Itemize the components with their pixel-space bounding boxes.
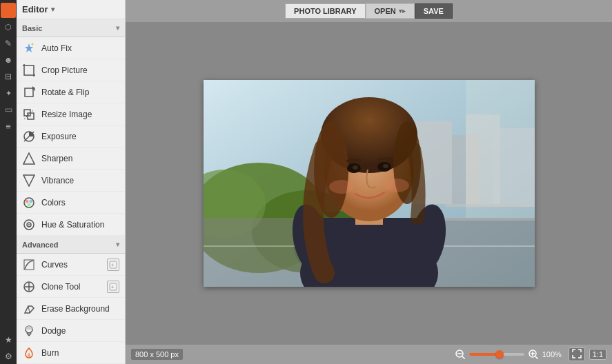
hue-icon-wrap — [22, 218, 36, 232]
advanced-collapse-icon: ▾ — [116, 241, 119, 248]
face-icon — [4, 55, 13, 65]
svg-point-59 — [383, 164, 388, 168]
menu-item-resize-image[interactable]: Resize Image — [17, 103, 125, 125]
advanced-section-header[interactable]: Advanced ▾ — [17, 236, 125, 254]
editor-title: Editor — [22, 4, 48, 14]
erase-svg — [23, 303, 35, 315]
menu-item-erase-background[interactable]: Erase Background — [17, 298, 125, 320]
ratio-button[interactable]: 1:1 — [589, 349, 606, 360]
menu-item-dodge[interactable]: Dodge — [17, 320, 125, 342]
basic-section-header[interactable]: Basic ▾ — [17, 19, 125, 37]
menu-item-exposure[interactable]: Exposure — [17, 125, 125, 148]
zoom-in-icon[interactable] — [529, 350, 538, 359]
save-button[interactable]: SAVE — [415, 3, 453, 19]
svg-point-58 — [353, 165, 358, 170]
sharpen-icon-wrap — [22, 152, 36, 165]
svg-point-0 — [32, 43, 34, 45]
image-size-label: 800 x 500 px — [131, 349, 183, 360]
square-icon — [5, 105, 12, 114]
zoom-slider-thumb[interactable] — [495, 350, 504, 358]
open-button[interactable]: OPEN ▾ ▸ — [366, 3, 415, 19]
advanced-section-label: Advanced — [22, 241, 59, 249]
svg-line-64 — [462, 356, 465, 359]
photo-frame — [204, 80, 535, 287]
icon-strip-layers[interactable] — [1, 69, 16, 84]
menu-item-vibrance[interactable]: Vibrance — [17, 170, 125, 192]
menu-item-burn[interactable]: Burn — [17, 342, 125, 364]
svg-point-61 — [384, 179, 409, 192]
clone-svg — [23, 281, 35, 293]
auto-fix-svg — [23, 42, 35, 54]
rotate-svg — [23, 86, 35, 99]
menu-item-rotate-flip[interactable]: Rotate & Flip — [17, 81, 125, 103]
brush-icon — [6, 89, 12, 98]
icon-strip-face[interactable] — [1, 52, 16, 68]
editor-chevron[interactable]: ▾ — [51, 6, 55, 13]
vibrance-icon-wrap — [22, 174, 36, 188]
icon-strip-brush[interactable] — [1, 85, 16, 101]
svg-rect-46 — [445, 218, 535, 221]
icon-strip-square[interactable] — [1, 102, 16, 117]
erase-background-label: Erase Background — [41, 304, 119, 314]
menu-item-auto-fix[interactable]: Auto Fix — [17, 37, 125, 59]
star-icon — [5, 335, 12, 345]
icon-strip-logo[interactable] — [1, 3, 16, 18]
resize-svg — [23, 108, 35, 121]
menu-item-crop-picture[interactable]: Crop Picture — [17, 59, 125, 81]
exposure-icon-wrap — [22, 130, 36, 143]
svg-point-18 — [28, 203, 31, 206]
rotate-flip-label: Rotate & Flip — [41, 88, 119, 97]
icon-strip-pencil[interactable] — [1, 36, 16, 51]
basic-collapse-icon: ▾ — [116, 24, 119, 32]
svg-text:+: + — [111, 285, 114, 290]
colors-icon-wrap — [22, 196, 36, 210]
photo-image — [204, 80, 535, 287]
basic-section-label: Basic — [22, 24, 42, 32]
menu-item-colors[interactable]: Colors — [17, 192, 125, 214]
crop-icon-wrap — [22, 63, 36, 77]
svg-rect-6 — [25, 88, 33, 97]
exposure-label: Exposure — [41, 132, 119, 141]
fit-button[interactable] — [569, 347, 585, 361]
canvas-area[interactable] — [126, 22, 612, 345]
menu-item-sharpen[interactable]: Sharpen — [17, 148, 125, 170]
icon-strip — [0, 0, 17, 364]
zoom-slider[interactable] — [469, 353, 524, 356]
icon-strip-star[interactable] — [1, 332, 16, 347]
curves-svg — [23, 259, 35, 271]
top-bar: PHOTO LIBRARY OPEN ▾ ▸ SAVE — [126, 0, 612, 22]
svg-rect-62 — [466, 80, 535, 218]
sharpen-label: Sharpen — [41, 154, 119, 163]
sidebar: Editor ▾ Basic ▾ Auto Fix Crop Picture — [17, 0, 126, 364]
open-label: OPEN — [375, 7, 396, 15]
clone-badge: + — [107, 281, 119, 293]
lines-icon — [6, 121, 11, 132]
erase-icon-wrap — [22, 302, 36, 316]
pencil-icon — [5, 39, 12, 48]
menu-item-curves[interactable]: Curves + — [17, 254, 125, 276]
clone-icon-wrap — [22, 280, 36, 294]
svg-line-30 — [28, 306, 30, 313]
icon-strip-settings[interactable] — [1, 349, 16, 364]
curves-badge: + — [107, 259, 119, 271]
svg-line-10 — [24, 110, 34, 119]
clone-tool-label: Clone Tool — [41, 282, 101, 292]
menu-item-hue-saturation[interactable]: Hue & Saturation — [17, 214, 125, 236]
dodge-label: Dodge — [41, 326, 119, 336]
icon-strip-select[interactable] — [1, 19, 16, 34]
zoom-out-icon[interactable] — [455, 350, 465, 359]
zoom-controls: 100% 1:1 — [455, 347, 606, 361]
menu-item-clone-tool[interactable]: Clone Tool + — [17, 276, 125, 298]
resize-icon-wrap — [22, 108, 36, 121]
burn-svg — [23, 347, 35, 359]
svg-point-17 — [30, 199, 33, 203]
svg-line-67 — [535, 356, 538, 359]
svg-rect-1 — [24, 65, 34, 75]
photo-library-button[interactable]: PHOTO LIBRARY — [285, 3, 365, 19]
svg-point-60 — [329, 180, 354, 194]
icon-strip-lines[interactable] — [1, 119, 16, 134]
zoom-percentage: 100% — [542, 350, 564, 358]
vibrance-label: Vibrance — [41, 176, 119, 185]
colors-label: Colors — [41, 198, 119, 208]
sharpen-svg — [23, 152, 35, 165]
